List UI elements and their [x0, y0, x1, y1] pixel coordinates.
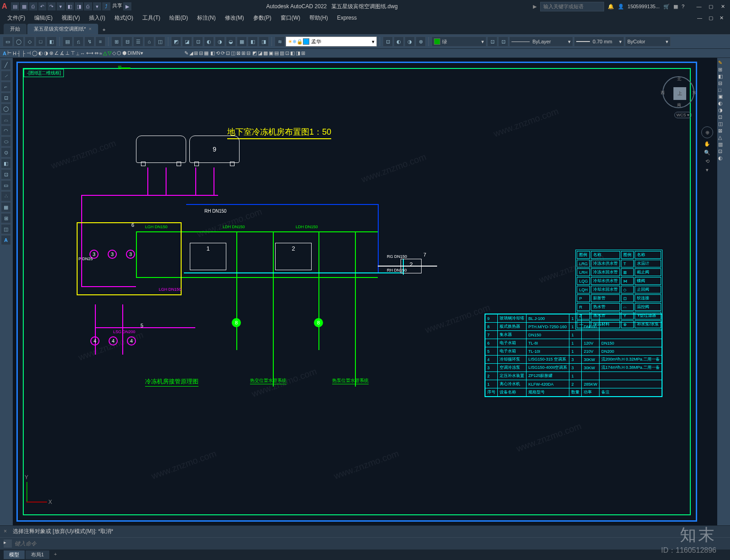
tool-r[interactable]: □ [718, 87, 729, 93]
menu-parametric[interactable]: 参数(P) [250, 13, 275, 23]
tool-ellipse[interactable]: ⬭ [1, 136, 11, 147]
rb-btn[interactable]: ◐ [38, 50, 43, 56]
rb-btn[interactable]: ◧ [47, 37, 57, 47]
tool-r[interactable]: ◫ [718, 121, 729, 127]
rb-btn[interactable]: ⊞ [194, 50, 198, 56]
command-input[interactable] [15, 540, 726, 547]
nav-zoom-icon[interactable]: 🔍 [704, 150, 710, 156]
tool-circle[interactable]: ◯ [1, 104, 11, 114]
menu-help[interactable]: 帮助(H) [306, 13, 332, 23]
qat-btn[interactable]: ⎙ [84, 2, 92, 10]
tool-r[interactable]: ◧ [718, 73, 729, 79]
rb-btn[interactable]: ⎌ [73, 37, 83, 47]
rb-btn[interactable]: ↯ [84, 37, 94, 47]
rb-btn[interactable]: ⊠ [236, 50, 240, 56]
tab-close-icon[interactable]: × [89, 26, 91, 31]
rb-btn[interactable]: ◨ [296, 50, 300, 56]
doc-maximize-button[interactable]: ▢ [706, 15, 716, 21]
menu-dimension[interactable]: 标注(N) [193, 13, 219, 23]
rb-btn[interactable]: ├ [22, 51, 26, 56]
rb-btn[interactable]: ⊡ [498, 37, 508, 47]
rb-btn[interactable]: ◫ [231, 50, 235, 56]
help-search[interactable]: 输入关键字或短语 [540, 2, 604, 11]
user-icon[interactable]: 👤 [618, 4, 624, 10]
tab-document[interactable]: 某五星级宾馆空调图纸*× [27, 24, 98, 34]
doc-close-button[interactable]: ✕ [717, 15, 726, 21]
qat-btn[interactable]: ◧ [66, 2, 74, 10]
qat-btn[interactable]: ▾ [57, 2, 65, 10]
tool-text[interactable]: A [1, 235, 11, 245]
rb-btn[interactable]: ⊡ [226, 50, 230, 56]
tool-line[interactable]: ╱ [1, 60, 11, 70]
plotstyle-combo[interactable]: ByColor▾ [625, 37, 671, 47]
rb-btn[interactable]: ◇ [112, 50, 116, 56]
share-label[interactable]: 共享 [112, 2, 122, 10]
qat-btn[interactable]: ↷ [47, 2, 56, 10]
rb-btn[interactable]: H [13, 51, 16, 56]
rb-btn[interactable]: ⊣ [26, 50, 31, 56]
rb-btn[interactable]: ▥ [280, 50, 284, 56]
tool-polygon[interactable]: ⊡ [1, 93, 11, 103]
color-combo[interactable]: 绿▾ [432, 37, 486, 47]
tool-arc[interactable]: ⌓ [1, 115, 11, 125]
rb-btn[interactable]: ⊞ [301, 50, 305, 56]
tab-start[interactable]: 开始 [4, 24, 26, 34]
rb-btn[interactable]: ◪ [182, 37, 192, 47]
viewcube-east[interactable]: 东 [692, 90, 696, 96]
rb-btn[interactable]: ∠ [54, 50, 59, 56]
rb-btn[interactable]: ⟷ [86, 50, 94, 56]
rb-text[interactable]: A [3, 51, 6, 56]
rb-btn[interactable]: □ [36, 37, 46, 47]
layer-prop-icon[interactable]: ≋ [275, 37, 285, 47]
layer-combo[interactable]: ☀ ❄ 🔒 孟华 ▾ [286, 37, 377, 47]
minimize-button[interactable]: — [694, 2, 704, 10]
rb-btn[interactable]: ◧ [290, 50, 295, 56]
dimstyle-combo[interactable]: DIMN▾ [128, 50, 182, 56]
user-name[interactable]: 1505999135... [628, 4, 660, 9]
rb-btn[interactable]: ⊥ [65, 50, 70, 56]
wcs-label[interactable]: WCS ▾ [674, 112, 692, 118]
tab-add[interactable]: + [99, 25, 109, 34]
signin-icon[interactable]: 🔔 [608, 4, 614, 10]
rb-btn[interactable]: ⊞ [241, 50, 245, 56]
rb-btn[interactable]: ≈ [99, 51, 102, 56]
cart-icon[interactable]: 🛒 [663, 4, 670, 10]
rb-btn[interactable]: ◑ [405, 37, 415, 47]
rb-btn[interactable]: ◐ [204, 37, 214, 47]
rb-new[interactable]: ▭ [3, 37, 13, 47]
rb-btn[interactable]: ↔ [80, 51, 85, 56]
rb-btn[interactable]: ▦ [204, 50, 209, 56]
tool-r[interactable]: △ [718, 135, 729, 141]
rb-btn[interactable]: ⊗ [49, 50, 53, 56]
tool-r[interactable]: ⊞ [718, 67, 729, 73]
rb-open[interactable]: ◯ [14, 37, 24, 47]
tool-point[interactable]: ∴ [1, 191, 11, 201]
rb-btn[interactable]: ⊡ [285, 50, 289, 56]
viewcube[interactable]: 北 西 东 南 上 [662, 76, 694, 108]
share-icon[interactable]: ⤴ [102, 2, 110, 10]
maximize-button[interactable]: ▢ [705, 2, 716, 10]
rb-btn[interactable]: ⊗ [416, 37, 426, 47]
rb-btn[interactable]: ⟳ [221, 50, 225, 56]
viewcube-north[interactable]: 北 [677, 76, 681, 82]
app-switcher-icon[interactable]: ▦ [673, 4, 678, 10]
tab-layout-add[interactable]: + [50, 550, 60, 559]
tab-layout1[interactable]: 布局1 [26, 550, 49, 559]
rb-btn[interactable]: ▦ [237, 37, 247, 47]
tool-r[interactable]: ◐ [718, 100, 729, 106]
menu-modify[interactable]: 修改(M) [221, 13, 248, 23]
rb-btn[interactable]: ⬡ [117, 50, 121, 56]
rb-btn[interactable]: ⊟ [199, 50, 203, 56]
linetype-combo[interactable]: ByLayer▾ [509, 37, 573, 47]
tool-r[interactable]: ▥ [718, 141, 729, 147]
help-icon[interactable]: ? [682, 4, 684, 9]
rb-btn[interactable]: ✎ [184, 50, 188, 56]
menu-tools[interactable]: 工具(T) [139, 13, 164, 23]
menu-insert[interactable]: 插入(I) [85, 13, 109, 23]
rb-save[interactable]: ◇ [25, 37, 35, 47]
menu-express[interactable]: Express [334, 14, 360, 22]
rb-btn[interactable]: ⊢ [7, 50, 12, 56]
rb-btn[interactable]: ⊡ [383, 37, 393, 47]
rb-btn[interactable]: ◯ [32, 50, 37, 56]
menu-draw[interactable]: 绘图(D) [166, 13, 192, 23]
